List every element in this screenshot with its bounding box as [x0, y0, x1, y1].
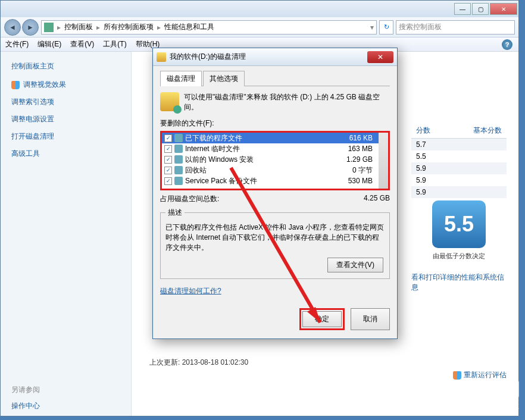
- see-also-label: 另请参阅: [7, 385, 125, 395]
- back-button[interactable]: ◄: [4, 19, 21, 36]
- shield-icon: [11, 81, 20, 89]
- score-row: 5.9: [411, 186, 507, 198]
- file-row-ie-temp[interactable]: ✓ Internet 临时文件 163 MB: [162, 143, 379, 154]
- score-row: 5.5: [411, 151, 507, 162]
- score-row: 5.9: [411, 174, 507, 186]
- menu-edit[interactable]: 编辑(E): [38, 39, 61, 49]
- forward-button[interactable]: ►: [22, 19, 39, 36]
- ok-button[interactable]: 确定: [302, 311, 342, 327]
- ok-highlight: 确定: [299, 308, 345, 330]
- crumb-all-items[interactable]: 所有控制面板项: [101, 22, 156, 32]
- file-row-old-windows[interactable]: ✓ 以前的 Windows 安装 1.29 GB: [162, 154, 379, 165]
- files-label: 要删除的文件(F):: [160, 118, 390, 128]
- menu-view[interactable]: 查看(V): [70, 39, 94, 49]
- sidebar-home[interactable]: 控制面板主页: [7, 61, 125, 71]
- description-text: 已下载的程序文件包括 ActiveX 控件和 Java 小程序，您查看特定网页时…: [165, 222, 385, 253]
- checkbox[interactable]: ✓: [164, 145, 172, 153]
- sidebar-item-power[interactable]: 调整电源设置: [7, 114, 125, 124]
- close-button[interactable]: ✕: [490, 3, 517, 15]
- badge-caption: 由最低子分数决定: [411, 252, 507, 261]
- crumb-control-panel[interactable]: 控制面板: [62, 22, 95, 32]
- description-title: 描述: [165, 208, 185, 218]
- how-it-works-link[interactable]: 磁盘清理如何工作?: [160, 286, 221, 296]
- tab-more-options[interactable]: 其他选项: [203, 71, 245, 86]
- checkbox[interactable]: ✓: [164, 167, 172, 174]
- sidebar: 控制面板主页 调整视觉效果 调整索引选项 调整电源设置 打开磁盘清理 高级工具 …: [1, 52, 132, 416]
- file-icon: [174, 155, 183, 164]
- refresh-button[interactable]: ↻: [379, 20, 393, 35]
- maximize-button[interactable]: ▢: [472, 3, 489, 15]
- score-row: 5.9: [411, 162, 507, 174]
- watermark: 系统之家 XITONGZHIJIA.NET: [459, 380, 519, 414]
- score-row: 5.7: [411, 139, 507, 151]
- checkbox[interactable]: ✓: [164, 134, 172, 142]
- sidebar-item-index[interactable]: 调整索引选项: [7, 97, 125, 107]
- file-row-recycle-bin[interactable]: ✓ 回收站 0 字节: [162, 165, 379, 175]
- sidebar-item-advanced[interactable]: 高级工具: [7, 149, 125, 159]
- tab-disk-cleanup[interactable]: 磁盘清理: [160, 71, 202, 86]
- sidebar-item-action-center[interactable]: 操作中心: [7, 401, 125, 411]
- help-icon[interactable]: ?: [502, 39, 512, 50]
- dialog-titlebar[interactable]: 我的软件(D:)的磁盘清理 ✕: [153, 48, 397, 66]
- cleanup-large-icon: [160, 92, 179, 111]
- checkbox[interactable]: ✓: [164, 156, 172, 164]
- rerun-link[interactable]: 重新运行评估: [453, 370, 507, 380]
- scrollbar[interactable]: [379, 133, 388, 189]
- col-subscore: 分数: [411, 123, 435, 138]
- shield-icon: [453, 371, 461, 380]
- cancel-button[interactable]: 取消: [351, 308, 390, 330]
- sidebar-item-disk-cleanup[interactable]: 打开磁盘清理: [7, 131, 125, 142]
- control-panel-icon: [44, 23, 54, 32]
- file-row-service-pack[interactable]: ✓ Service Pack 备份文件 530 MB: [162, 175, 379, 186]
- menu-file[interactable]: 文件(F): [5, 39, 29, 49]
- base-score-badge: 5.5: [432, 200, 486, 248]
- menu-tools[interactable]: 工具(T): [103, 39, 126, 49]
- total-value: 4.25 GB: [364, 194, 390, 204]
- last-update: 上次更新: 2013-08-18 01:02:30: [149, 358, 248, 368]
- intro-text: 可以使用"磁盘清理"来释放 我的软件 (D:) 上的 4.25 GB 磁盘空间。: [184, 92, 390, 112]
- score-panel: 分数 基本分数 5.7 5.5 5.9 5.9 5.9 5.5 由最低子分数决定…: [411, 123, 507, 293]
- file-icon: [174, 177, 183, 185]
- sidebar-item-visual[interactable]: 调整视觉效果: [7, 80, 125, 90]
- dialog-title-text: 我的软件(D:)的磁盘清理: [170, 52, 246, 62]
- total-label: 占用磁盘空间总数:: [160, 194, 364, 204]
- titlebar: — ▢ ✕: [1, 1, 518, 17]
- disk-cleanup-dialog: 我的软件(D:)的磁盘清理 ✕ 磁盘清理 其他选项 可以使用"磁盘清理"来释放 …: [152, 48, 398, 339]
- col-basescore: 基本分数: [468, 123, 507, 138]
- address-bar: ◄ ► ▸ 控制面板 ▸ 所有控制面板项 ▸ 性能信息和工具 ▾ ↻ 搜索控制面…: [1, 17, 518, 37]
- file-icon: [174, 134, 183, 142]
- file-icon: [174, 145, 183, 153]
- file-row-downloaded[interactable]: ✓ 已下载的程序文件 616 KB: [162, 133, 379, 143]
- description-frame: 描述 已下载的程序文件包括 ActiveX 控件和 Java 小程序，您查看特定…: [160, 208, 390, 279]
- file-icon: [174, 166, 183, 174]
- dialog-close-button[interactable]: ✕: [367, 51, 393, 63]
- search-input[interactable]: 搜索控制面板: [396, 20, 515, 35]
- crumb-performance[interactable]: 性能信息和工具: [162, 22, 217, 32]
- checkbox[interactable]: ✓: [164, 177, 172, 185]
- watermark-logo-icon: [495, 380, 519, 398]
- details-link[interactable]: 看和打印详细的性能和系统信息: [411, 272, 507, 293]
- files-list[interactable]: ✓ 已下载的程序文件 616 KB ✓ Internet 临时文件 163 MB…: [160, 131, 390, 190]
- minimize-button[interactable]: —: [454, 3, 471, 15]
- disk-cleanup-icon: [157, 52, 166, 62]
- tab-strip: 磁盘清理 其他选项: [160, 71, 390, 86]
- view-files-button[interactable]: 查看文件(V): [327, 258, 383, 272]
- breadcrumb[interactable]: ▸ 控制面板 ▸ 所有控制面板项 ▸ 性能信息和工具 ▾: [41, 20, 377, 35]
